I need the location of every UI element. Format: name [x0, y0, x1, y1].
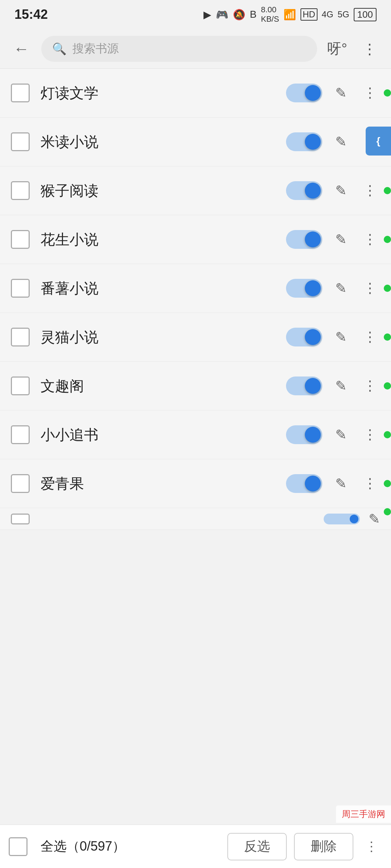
item-checkbox-4[interactable]	[11, 279, 30, 298]
layout-button[interactable]: 呀°	[324, 36, 350, 61]
list-item: 花生小说 ✎ ⋮	[0, 215, 391, 264]
float-button[interactable]: {	[366, 127, 391, 156]
battery-icon: 100	[354, 8, 377, 21]
play-icon: ▶	[203, 9, 211, 21]
status-dot-2	[384, 187, 391, 194]
toggle-knob-7	[305, 427, 321, 443]
more-button-7[interactable]: ⋮	[360, 425, 380, 445]
more-icon-0: ⋮	[363, 85, 377, 101]
item-checkbox-5[interactable]	[11, 328, 30, 346]
toggle-knob-2	[305, 183, 321, 199]
bluetooth-icon: B	[250, 9, 257, 20]
more-icon-3: ⋮	[363, 231, 377, 247]
status-bar: 15:42 ▶ 🎮 🔕 B 8.00KB/S 📶 HD 4G 5G 100	[0, 0, 391, 29]
item-actions-6: ✎ ⋮	[286, 376, 380, 396]
more-button-5[interactable]: ⋮	[360, 327, 380, 347]
status-time: 15:42	[14, 7, 48, 22]
edit-button-4[interactable]: ✎	[331, 278, 351, 298]
mute-icon: 🔕	[233, 9, 245, 21]
more-icon-2: ⋮	[363, 183, 377, 199]
toggle-5[interactable]	[286, 328, 322, 346]
edit-icon-6: ✎	[335, 378, 347, 394]
item-checkbox-2[interactable]	[11, 181, 30, 200]
item-name-4: 番薯小说	[41, 278, 286, 298]
top-bar-actions: 呀° ⋮	[324, 36, 382, 61]
item-checkbox-3[interactable]	[11, 230, 30, 249]
more-icon-8: ⋮	[363, 476, 377, 492]
list-item: 爱青果 ✎ ⋮	[0, 459, 391, 508]
edit-button-0[interactable]: ✎	[331, 83, 351, 103]
item-checkbox-1[interactable]	[11, 132, 30, 151]
search-placeholder: 搜索书源	[72, 41, 119, 57]
edit-icon-4: ✎	[335, 280, 347, 296]
book-list: 灯读文学 ✎ ⋮ 米读小说 ✎ ⋮	[0, 69, 391, 530]
select-all-label: 全选（0/597）	[41, 838, 125, 855]
more-button-2[interactable]: ⋮	[360, 180, 380, 201]
toggle-3[interactable]	[286, 230, 322, 249]
toggle-8[interactable]	[286, 474, 322, 493]
list-item: 番薯小说 ✎ ⋮	[0, 264, 391, 313]
item-name-3: 花生小说	[41, 230, 286, 250]
float-button-label: {	[377, 135, 381, 147]
status-dot-4	[384, 285, 391, 292]
edit-button-8[interactable]: ✎	[331, 473, 351, 494]
item-checkbox-8[interactable]	[11, 474, 30, 493]
item-checkbox-partial[interactable]	[11, 514, 30, 524]
wifi-icon: 📶	[283, 9, 296, 21]
item-checkbox-6[interactable]	[11, 376, 30, 395]
list-item: 米读小说 ✎ ⋮	[0, 118, 391, 166]
toggle-knob-5	[305, 329, 321, 345]
item-name-8: 爱青果	[41, 474, 286, 494]
toggle-partial[interactable]	[324, 514, 360, 524]
edit-icon-partial: ✎	[369, 511, 380, 527]
invert-select-button[interactable]: 反选	[227, 833, 287, 860]
more-button-3[interactable]: ⋮	[360, 229, 380, 250]
more-menu-button[interactable]: ⋮	[357, 36, 382, 61]
toggle-1[interactable]	[286, 132, 322, 151]
edit-button-1[interactable]: ✎	[331, 132, 351, 152]
status-dot-partial	[384, 508, 391, 515]
status-dot-8	[384, 480, 391, 487]
top-bar: ← 🔍 搜索书源 呀° ⋮	[0, 29, 391, 69]
more-button-8[interactable]: ⋮	[360, 473, 380, 494]
more-button-0[interactable]: ⋮	[360, 83, 380, 103]
edit-button-5[interactable]: ✎	[331, 327, 351, 347]
toggle-knob-0	[305, 85, 321, 101]
item-name-0: 灯读文学	[41, 83, 286, 103]
item-actions-0: ✎ ⋮	[286, 83, 380, 103]
toggle-6[interactable]	[286, 376, 322, 395]
list-item: 猴子阅读 ✎ ⋮	[0, 166, 391, 215]
item-name-2: 猴子阅读	[41, 181, 286, 201]
more-button-4[interactable]: ⋮	[360, 278, 380, 298]
status-dot-7	[384, 431, 391, 438]
more-button-6[interactable]: ⋮	[360, 376, 380, 396]
delete-button[interactable]: 删除	[294, 833, 353, 860]
toggle-2[interactable]	[286, 181, 322, 200]
signal-4g-icon: 4G	[322, 9, 333, 20]
back-button[interactable]: ←	[9, 36, 34, 61]
edit-icon-5: ✎	[335, 329, 347, 345]
item-name-5: 灵猫小说	[41, 327, 286, 347]
edit-button-3[interactable]: ✎	[331, 229, 351, 250]
item-actions-8: ✎ ⋮	[286, 473, 380, 494]
toggle-0[interactable]	[286, 84, 322, 102]
edit-button-7[interactable]: ✎	[331, 425, 351, 445]
toggle-7[interactable]	[286, 425, 322, 444]
item-checkbox-7[interactable]	[11, 425, 30, 444]
game-icon: 🎮	[216, 9, 228, 21]
signal-5g-icon: 5G	[338, 9, 349, 20]
bottom-more-button[interactable]: ⋮	[361, 836, 382, 858]
more-icon-6: ⋮	[363, 378, 377, 394]
edit-button-6[interactable]: ✎	[331, 376, 351, 396]
watermark: 周三手游网	[336, 805, 391, 823]
network-speed-icon: 8.00KB/S	[261, 5, 279, 24]
toggle-knob-1	[305, 134, 321, 150]
search-box[interactable]: 🔍 搜索书源	[41, 36, 317, 62]
toggle-4[interactable]	[286, 279, 322, 298]
item-checkbox-0[interactable]	[11, 84, 30, 102]
select-all-checkbox[interactable]	[9, 837, 28, 856]
more-icon-7: ⋮	[363, 427, 377, 443]
edit-button-2[interactable]: ✎	[331, 180, 351, 201]
edit-icon-2: ✎	[335, 183, 347, 199]
edit-icon-8: ✎	[335, 476, 347, 492]
